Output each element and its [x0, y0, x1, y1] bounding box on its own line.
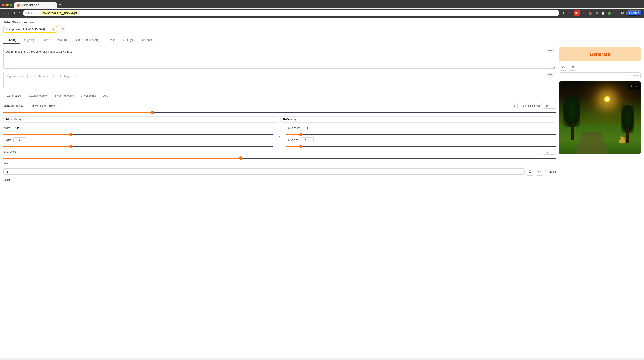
dimensions-col: Width Height — [4, 126, 273, 149]
batch-count-input[interactable] — [302, 126, 315, 131]
browser-chrome: Stable Diffusion ✕ + ⌄ — [0, 0, 644, 8]
script-label: Script — [4, 179, 556, 181]
image-download-button[interactable]: ⬇ — [628, 84, 634, 90]
gen-tab-hypernetworks[interactable]: Hypernetworks — [52, 92, 77, 99]
batch-count-label: Batch count — [286, 127, 300, 130]
gen-tab-checkpoints[interactable]: Checkpoints — [77, 92, 100, 99]
height-input[interactable] — [14, 137, 26, 143]
batch-count-thumb[interactable] — [299, 133, 302, 136]
maximize-window-button[interactable] — [10, 4, 12, 6]
height-thumb[interactable] — [69, 145, 72, 148]
pinterest-icon[interactable]: 𝐏 — [581, 11, 586, 16]
browser-tab[interactable]: Stable Diffusion ✕ — [14, 2, 57, 8]
cfg-scale-input[interactable] — [543, 149, 556, 155]
tab-extras[interactable]: Extras — [38, 37, 54, 44]
toolbar-icons: ⬆ ☆ ABP 𝐏 🦊 ❄ 📋 🧩 ▭ 🅐 Update : — [561, 10, 642, 16]
hires-fix-toggle[interactable]: Hires. fix ◀ — [4, 116, 279, 123]
batch-size-thumb[interactable] — [299, 145, 302, 148]
tab-close-button[interactable]: ✕ — [52, 4, 54, 7]
sampling-steps-input[interactable]: 20 — [543, 103, 556, 109]
reading-mode-icon[interactable]: ▭ — [614, 11, 618, 16]
hires-fix-label: Hires. fix — [6, 118, 17, 121]
content-area: dog running in the park, cinematic light… — [4, 47, 640, 181]
batch-count-slider-row — [286, 134, 556, 135]
profile-icon[interactable]: 🅐 — [620, 11, 625, 16]
new-tab-button[interactable]: + — [58, 2, 63, 8]
tab-txt2img[interactable]: txt2img — [4, 37, 20, 44]
height-slider[interactable] — [4, 146, 273, 147]
sampling-steps-slider[interactable] — [4, 112, 556, 113]
batch-size-slider[interactable] — [286, 146, 556, 147]
dice-icon: ⚄ — [529, 170, 531, 173]
style-dropdown-button[interactable]: ▾ — [633, 74, 635, 77]
sampling-method-label: Sampling method — [4, 104, 27, 107]
home-button[interactable]: ⌂ — [18, 10, 22, 16]
tabs-bar: Stable Diffusion ✕ + — [14, 2, 638, 8]
extra-checkbox[interactable] — [545, 170, 548, 173]
recycle-button[interactable]: ♻ — [536, 168, 544, 176]
tab-extensions[interactable]: Extensions — [136, 37, 158, 44]
gen-tab-lora[interactable]: Lora — [99, 92, 112, 99]
batch-count-slider[interactable] — [286, 134, 556, 135]
sampling-steps-thumb[interactable] — [151, 111, 154, 114]
tab-img2img[interactable]: img2img — [20, 37, 38, 44]
back-button[interactable]: ‹ — [2, 10, 5, 16]
batch-count-row: Batch count — [286, 126, 556, 131]
gen-tab-textual-inversion[interactable]: Textual Inversion — [24, 92, 52, 99]
tab-train[interactable]: Train — [105, 37, 118, 44]
height-label: Height — [4, 138, 11, 141]
dice-button[interactable]: ⚄ — [526, 168, 534, 176]
browser-titlebar: Stable Diffusion ✕ + ⌄ — [2, 2, 642, 8]
refiner-toggle[interactable]: Refiner ◀ — [280, 116, 556, 123]
width-slider[interactable] — [4, 134, 273, 135]
delete-button[interactable]: 🗑 — [569, 63, 576, 71]
swap-dimensions-button[interactable]: ⇅ — [276, 134, 283, 141]
close-window-button[interactable] — [2, 4, 5, 6]
batch-size-label: Batch size — [286, 138, 298, 141]
refresh-button[interactable]: ↻ — [11, 10, 16, 16]
positive-prompt-input[interactable]: dog running in the park, cinematic light… — [4, 47, 556, 69]
negative-prompt-input[interactable] — [4, 72, 556, 89]
refresh-checkpoint-button[interactable]: ↻ — [59, 25, 66, 33]
cfg-scale-slider[interactable] — [4, 158, 556, 159]
app-container: Stable Diffusion checkpoint v1-5-pruned.… — [0, 18, 644, 358]
batch-size-input[interactable] — [301, 137, 314, 143]
cfg-scale-thumb[interactable] — [239, 156, 242, 160]
share-icon[interactable]: ⬆ — [561, 11, 566, 16]
extension4-icon[interactable]: 🧩 — [607, 11, 612, 16]
update-button[interactable]: Update : — [626, 10, 642, 16]
cfg-scale-row: CFG Scale — [4, 149, 556, 155]
sampling-method-dropdown[interactable]: DPM++ 2M Karras ▾ — [30, 103, 518, 109]
main-tabs: txt2img img2img Extras PNG Info Checkpoi… — [4, 37, 640, 44]
style-clear-button[interactable]: ✕ — [630, 74, 632, 77]
checkpoint-select-dropdown[interactable]: v1-5-pruned.ckpt [e1441589a6] ▾ — [4, 26, 57, 33]
traffic-lights — [2, 4, 12, 6]
tab-png-info[interactable]: PNG Info — [54, 37, 73, 44]
style-edit-button[interactable]: ✏ — [636, 74, 639, 77]
extension1-icon[interactable]: 🦊 — [588, 11, 593, 16]
send-to-img2img-button[interactable]: ↙ — [559, 63, 567, 71]
address-url[interactable]: localhost:7860/?__theme=light — [41, 11, 78, 15]
width-row: Width — [4, 126, 273, 131]
cfg-scale-label: CFG Scale — [4, 150, 16, 153]
gen-tab-generation[interactable]: Generation — [4, 92, 24, 99]
image-panel: ⬇ ✕ — [559, 81, 640, 154]
minimize-window-button[interactable] — [6, 4, 8, 6]
width-thumb[interactable] — [69, 133, 72, 136]
adblock-icon[interactable]: ABP — [574, 11, 580, 16]
width-input[interactable] — [13, 126, 26, 131]
seed-input[interactable] — [4, 168, 524, 175]
security-badge: ⚠ Not Secure — [26, 12, 40, 14]
width-slider-row — [4, 134, 273, 135]
tab-settings[interactable]: Settings — [118, 37, 136, 44]
bookmark-icon[interactable]: ☆ — [567, 11, 572, 16]
dog-element — [618, 136, 628, 146]
address-bar[interactable]: ⚠ Not Secure localhost:7860/?__theme=lig… — [23, 10, 559, 16]
generate-button[interactable]: Generate — [559, 47, 640, 61]
height-row: Height — [4, 137, 273, 143]
tab-checkpoint-merger[interactable]: Checkpoint Merger — [72, 37, 105, 44]
forward-button[interactable]: › — [7, 10, 10, 16]
image-close-button[interactable]: ✕ — [634, 84, 640, 90]
extension3-icon[interactable]: 📋 — [600, 11, 606, 16]
extension2-icon[interactable]: ❄ — [594, 11, 599, 16]
